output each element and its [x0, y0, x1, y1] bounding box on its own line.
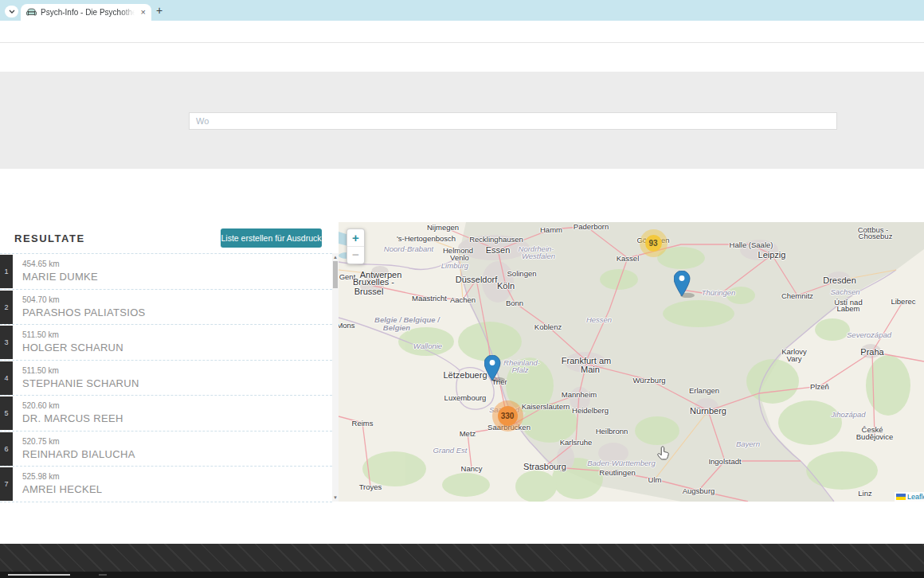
- map-label: Koblenz: [534, 322, 562, 331]
- map-label: Metz: [460, 429, 476, 438]
- results-title: RESULTATE: [14, 232, 85, 244]
- result-row[interactable]: 6520.75 kmREINHARD BIALUCHA: [0, 432, 332, 467]
- screen: Psych-Info - Die Psychotherape × + ← → ↻…: [0, 0, 924, 578]
- map-label: Karlsruhe: [560, 438, 593, 447]
- result-row[interactable]: 2504.70 kmPARASHOS PALIATSIOS: [0, 290, 332, 326]
- result-rank-badge: 2: [0, 291, 13, 324]
- map-zoom-control: + −: [346, 228, 365, 264]
- search-panel: [0, 72, 924, 169]
- new-tab-button[interactable]: +: [156, 4, 162, 17]
- map-label: Bonn: [506, 299, 523, 307]
- footer: [0, 544, 924, 578]
- site-header: psychinf ORTFILTER HomeÜber unsInformati…: [0, 43, 924, 72]
- browser-tab[interactable]: Psych-Info - Die Psychotherape ×: [21, 4, 151, 21]
- result-row[interactable]: 3511.50 kmHOLGER SCHARUN: [0, 325, 332, 361]
- map-label: Brussel: [354, 287, 384, 296]
- map-label: Recklinghausen: [469, 235, 523, 244]
- result-distance: 520.75 km: [22, 437, 60, 446]
- scrollbar-up-icon[interactable]: ▲: [332, 255, 339, 260]
- leaflet-link[interactable]: Leaflet: [907, 493, 924, 501]
- scrollbar-thumb[interactable]: [333, 261, 338, 288]
- map-label: Bayern: [736, 439, 760, 448]
- map-pin-marker[interactable]: [484, 355, 508, 385]
- map-label: Heilbronn: [596, 427, 628, 435]
- result-row[interactable]: 4511.50 kmSTEPHANIE SCHARUN: [0, 361, 332, 396]
- map-label: Mannheim: [562, 390, 597, 399]
- result-name[interactable]: HOLGER SCHARUN: [22, 342, 123, 353]
- map-label: Erlangen: [689, 386, 719, 395]
- print-list-button[interactable]: Liste erstellen für Ausdruck: [221, 228, 322, 248]
- result-rank-badge: 4: [0, 361, 13, 395]
- map-label: Düsseldorf: [456, 275, 498, 284]
- result-distance: 511.50 km: [22, 330, 59, 339]
- result-rank-badge: 3: [0, 326, 13, 359]
- tab-title: Psych-Info - Die Psychotherape: [41, 8, 135, 17]
- scrollbar-down-icon[interactable]: ▼: [332, 495, 339, 500]
- map-label: Baden-Württemberg: [587, 459, 656, 467]
- result-rank-badge: 6: [0, 432, 13, 466]
- zoom-in-button[interactable]: +: [347, 229, 364, 247]
- map-label: Halle (Saale): [730, 240, 773, 249]
- footer-scroll-mark: [99, 574, 107, 576]
- zoom-out-button[interactable]: −: [347, 247, 364, 264]
- map-label: Luxembourg: [444, 393, 487, 402]
- map-label: Aachen: [450, 295, 476, 304]
- result-name[interactable]: DR. MARCUS REEH: [22, 412, 123, 424]
- map-label: Westfalen: [522, 252, 555, 260]
- map-attribution: Leaflet: [895, 492, 924, 502]
- favicon-couch-icon: [26, 8, 37, 17]
- map-label: Strasbourg: [523, 462, 566, 471]
- map-label: Hamm: [540, 225, 562, 234]
- map-label: Würzburg: [632, 376, 665, 385]
- map-label: Limburg: [441, 261, 468, 270]
- result-distance: 525.98 km: [22, 472, 60, 481]
- hand-cursor: [656, 446, 671, 460]
- map-label: Belgien: [383, 323, 410, 332]
- result-name[interactable]: PARASHOS PALIATSIOS: [22, 307, 146, 318]
- map-label: Troyes: [359, 482, 382, 491]
- result-distance: 520.60 km: [22, 401, 60, 410]
- result-name[interactable]: MARIE DUMKE: [22, 271, 98, 283]
- result-name[interactable]: REINHARD BIALUCHA: [22, 448, 135, 460]
- result-name[interactable]: STEPHANIE SCHARUN: [22, 377, 139, 389]
- map-label: Maastricht: [412, 294, 447, 303]
- map-label: Essen: [486, 245, 511, 255]
- result-distance: 504.70 km: [22, 295, 60, 304]
- result-row[interactable]: 5520.60 kmDR. MARCUS REEH: [0, 396, 332, 432]
- tab-close-icon[interactable]: ×: [141, 8, 146, 17]
- marker-cluster[interactable]: 93: [645, 235, 662, 252]
- map-label: Plzeň: [810, 382, 829, 391]
- list-scrollbar[interactable]: ▲ ▼: [332, 253, 339, 502]
- map-label: Ulm: [648, 475, 662, 484]
- map-label: Augsburg: [683, 486, 715, 495]
- result-rank-badge: 1: [0, 255, 13, 288]
- map-label: Reutlingen: [599, 468, 635, 477]
- map-label: Budějovice: [856, 432, 893, 441]
- map-label: Nijmegen: [427, 223, 459, 232]
- map-pin-marker[interactable]: [674, 271, 698, 301]
- result-distance: 454.65 km: [22, 260, 60, 268]
- map-label: Reims: [352, 419, 374, 428]
- footer-bottom-bar: [0, 572, 924, 578]
- map-label: Nancy: [461, 464, 483, 473]
- map-label: Chosebuz: [859, 232, 893, 240]
- map-label: Thüringen: [702, 288, 736, 297]
- chevron-down-icon: [9, 10, 15, 14]
- marker-cluster[interactable]: 330: [498, 406, 518, 426]
- result-name[interactable]: AMREI HECKEL: [22, 483, 102, 495]
- where-input[interactable]: [189, 112, 837, 130]
- map[interactable]: Nijmegen's-HertogenboschNoord-BrabantHel…: [339, 222, 924, 502]
- map-label: Chemnitz: [781, 291, 813, 300]
- footer-scroll-thumb[interactable]: [8, 574, 70, 576]
- tab-search-button[interactable]: [5, 6, 18, 18]
- map-label: Vary: [787, 354, 802, 363]
- result-rank-badge: 7: [0, 467, 13, 501]
- browser-tab-bar: Psych-Info - Die Psychotherape × +: [0, 0, 924, 21]
- result-row[interactable]: 1454.65 kmMARIE DUMKE: [0, 254, 332, 290]
- map-label: Bruxelles -: [353, 277, 394, 287]
- ukraine-flag-icon: [896, 494, 906, 500]
- result-row[interactable]: 7525.98 kmAMREI HECKEL: [0, 467, 332, 502]
- map-label: Hessen: [586, 315, 612, 324]
- browser-toolbar: ← → ↻ psych-info.de ☆ M 3 d: [0, 21, 924, 43]
- map-label: Kaiserslautern: [522, 402, 570, 411]
